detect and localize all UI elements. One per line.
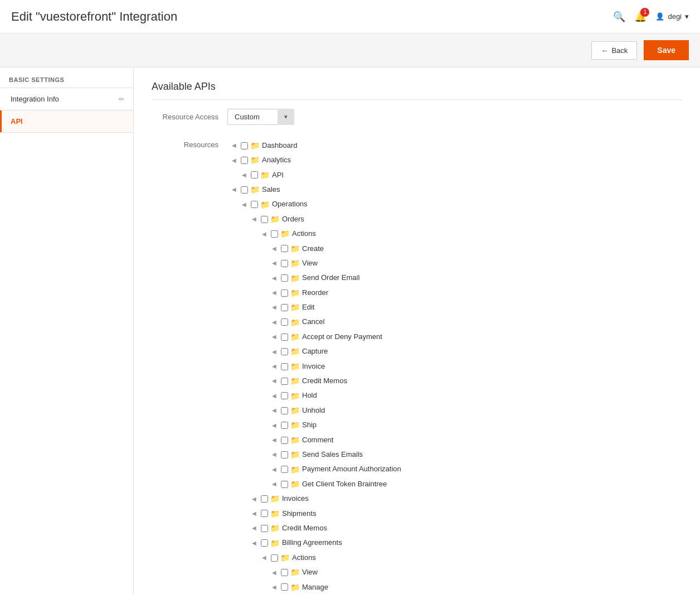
header-actions: 🔍 🔔 1 👤 degi ▾ [613,11,689,23]
toggle-credit-memos-action[interactable]: ◀ [272,376,279,385]
toggle-invoices[interactable]: ◀ [252,495,259,504]
tree-item-orders: ◀ 📁 Orders [232,212,682,226]
folder-icon-get-client-token: 📁 [290,478,300,490]
checkbox-edit[interactable] [281,304,288,311]
sidebar-item-integration-info[interactable]: Integration Info ✏ [0,88,133,110]
toggle-sales[interactable]: ◀ [232,185,239,194]
toggle-send-order-email[interactable]: ◀ [272,274,279,283]
toggle-edit[interactable]: ◀ [272,303,279,312]
toggle-get-client-token[interactable]: ◀ [272,480,279,489]
checkbox-billing-actions[interactable] [271,554,278,562]
checkbox-send-sales-emails[interactable] [281,451,288,458]
toggle-capture[interactable]: ◀ [272,347,279,356]
resource-access-select[interactable]: All Custom [227,109,294,125]
toggle-create[interactable]: ◀ [272,244,279,253]
label-get-client-token: Get Client Token Braintree [302,479,387,490]
toggle-accept-deny-payment[interactable]: ◀ [272,332,279,341]
checkbox-accept-deny-payment[interactable] [281,334,288,341]
toggle-billing-agreements[interactable]: ◀ [252,539,259,548]
checkbox-manage[interactable] [281,583,288,591]
tree-item-orders-actions: ◀ 📁 Actions [232,226,682,241]
label-reorder: Reorder [302,287,328,299]
label-hold: Hold [302,390,317,402]
checkbox-orders[interactable] [261,216,268,223]
checkbox-shipments[interactable] [261,510,268,517]
toggle-cancel[interactable]: ◀ [272,318,279,327]
tree-item-ship: ◀ 📁 Ship [232,418,682,432]
toggle-shipments[interactable]: ◀ [252,509,259,518]
toggle-hold[interactable]: ◀ [272,392,279,400]
label-invoice: Invoice [302,361,325,373]
toggle-send-sales-emails[interactable]: ◀ [272,450,279,459]
toggle-orders-actions[interactable]: ◀ [262,230,269,239]
tree-item-manage: ◀ 📁 Manage [232,580,682,594]
toggle-unhold[interactable]: ◀ [272,406,279,415]
checkbox-capture[interactable] [281,348,288,355]
label-dashboard: Dashboard [262,140,298,152]
toggle-invoice[interactable]: ◀ [272,362,279,371]
toggle-manage[interactable]: ◀ [272,583,279,592]
folder-icon-ship: 📁 [290,419,300,431]
checkbox-comment[interactable] [281,437,288,444]
label-shipments: Shipments [282,508,316,520]
toggle-view[interactable]: ◀ [272,259,279,268]
tree-item-view: ◀ 📁 View [232,256,682,271]
checkbox-get-client-token[interactable] [281,481,288,488]
label-accept-deny-payment: Accept or Deny Payment [302,331,382,343]
toggle-reorder[interactable]: ◀ [272,288,279,297]
tree-item-invoice: ◀ 📁 Invoice [232,359,682,374]
resource-access-row: Resource Access All Custom ▾ [152,109,682,125]
toggle-billing-actions[interactable]: ◀ [262,553,269,562]
toggle-credit-memos[interactable]: ◀ [252,524,259,533]
folder-icon-capture: 📁 [290,345,300,358]
checkbox-view[interactable] [281,260,288,267]
checkbox-invoice[interactable] [281,363,288,370]
toggle-analytics-api[interactable]: ◀ [242,171,249,180]
checkbox-credit-memos-action[interactable] [281,378,288,385]
checkbox-invoices[interactable] [261,495,268,503]
checkbox-credit-memos[interactable] [261,525,268,532]
checkbox-cancel[interactable] [281,318,288,326]
toggle-analytics[interactable]: ◀ [232,156,239,165]
tree-item-analytics-api: ◀ 📁 API [232,168,682,182]
checkbox-payment-amount-auth[interactable] [281,466,288,473]
toggle-dashboard[interactable]: ◀ [232,141,239,150]
sidebar-item-api[interactable]: API [0,110,133,132]
checkbox-billing-agreements[interactable] [261,539,268,547]
user-menu[interactable]: 👤 degi ▾ [655,12,689,21]
back-button[interactable]: ← Back [591,41,637,60]
checkbox-reorder[interactable] [281,289,288,297]
checkbox-analytics-api[interactable] [251,171,258,178]
toggle-orders[interactable]: ◀ [252,215,259,224]
sidebar-divider-3 [0,132,133,133]
tree-item-sales: ◀ 📁 Sales [232,182,682,197]
toggle-payment-amount-auth[interactable]: ◀ [272,465,279,474]
search-icon[interactable]: 🔍 [613,11,625,23]
label-ship: Ship [302,419,317,431]
folder-icon-edit: 📁 [290,301,300,313]
label-billing-actions: Actions [292,552,316,564]
toggle-ship[interactable]: ◀ [272,421,279,430]
toggle-comment[interactable]: ◀ [272,436,279,445]
checkbox-ship[interactable] [281,422,288,429]
checkbox-orders-actions[interactable] [271,230,278,238]
sidebar: BASIC SETTINGS Integration Info ✏ API [0,67,134,594]
checkbox-create[interactable] [281,245,288,252]
folder-icon-shipments: 📁 [270,508,280,520]
checkbox-operations[interactable] [251,201,258,208]
checkbox-analytics[interactable] [241,157,248,164]
checkbox-unhold[interactable] [281,407,288,414]
toggle-operations[interactable]: ◀ [242,200,249,209]
content-area: Available APIs Resource Access All Custo… [134,67,700,594]
notification-icon[interactable]: 🔔 1 [634,11,646,23]
page-title: Edit "vuestorefront" Integration [11,9,177,24]
save-button[interactable]: Save [644,40,689,60]
toggle-billing-view[interactable]: ◀ [272,568,279,577]
checkbox-sales[interactable] [241,186,248,194]
checkbox-dashboard[interactable] [241,142,248,149]
checkbox-send-order-email[interactable] [281,274,288,282]
checkbox-hold[interactable] [281,392,288,399]
folder-icon-dashboard: 📁 [250,139,260,152]
checkbox-billing-view[interactable] [281,569,288,576]
edit-icon[interactable]: ✏ [119,95,124,103]
